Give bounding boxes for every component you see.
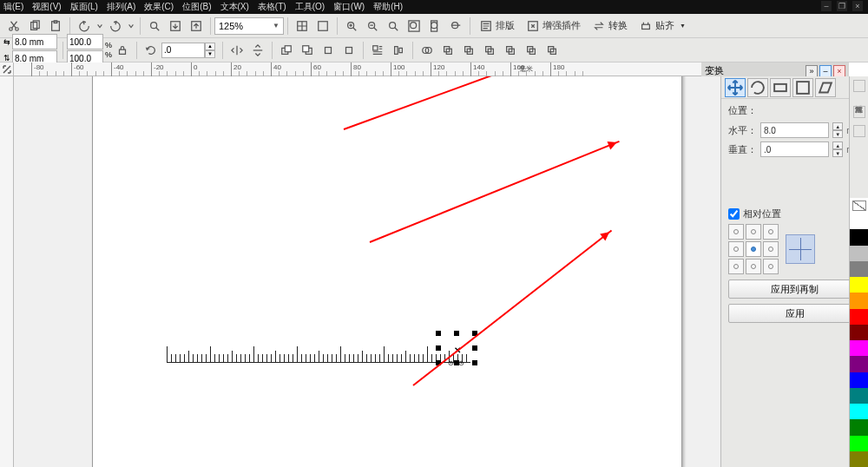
- color-swatch[interactable]: [850, 436, 868, 451]
- boundary-button[interactable]: [542, 41, 562, 60]
- tab-scale[interactable]: [770, 78, 791, 97]
- simplify-button[interactable]: [480, 41, 499, 60]
- intersect-button[interactable]: [459, 41, 478, 60]
- docker-icon-3[interactable]: [853, 125, 865, 137]
- canvas[interactable]: ✕ ⊙⊙⊙: [14, 76, 720, 467]
- snap-to-button[interactable]: 贴齐▼: [634, 16, 692, 36]
- convert-button[interactable]: 转换: [587, 16, 634, 36]
- zoom-all-button[interactable]: [404, 16, 424, 36]
- selection-handles[interactable]: ✕ ⊙⊙⊙: [436, 331, 477, 365]
- docker-icon-1[interactable]: [853, 80, 865, 92]
- dock-close-button[interactable]: ×: [833, 65, 845, 77]
- zoom-combo[interactable]: 125% ▼: [214, 17, 284, 35]
- vertical-input[interactable]: .0: [760, 141, 829, 157]
- rotation-input[interactable]: .0: [161, 43, 205, 58]
- typeset-button[interactable]: 排版: [474, 16, 521, 36]
- anchor-tr[interactable]: [763, 224, 779, 240]
- menu-edit[interactable]: 辑(E): [3, 1, 23, 13]
- color-swatch[interactable]: [850, 419, 868, 435]
- anchor-tl[interactable]: [728, 224, 744, 240]
- window-minimize-button[interactable]: –: [821, 1, 832, 11]
- front-minus-back-button[interactable]: [501, 41, 520, 60]
- color-swatch[interactable]: [850, 214, 868, 229]
- menu-arrange[interactable]: 排列(A): [107, 1, 135, 13]
- rotation-up[interactable]: ▲: [205, 43, 215, 50]
- menu-bitmap[interactable]: 位图(B): [182, 1, 211, 13]
- color-swatch[interactable]: [850, 388, 868, 404]
- tab-position[interactable]: [725, 78, 746, 97]
- undo-dropdown[interactable]: [95, 16, 104, 36]
- color-swatch[interactable]: [850, 451, 868, 467]
- docker-icon-2[interactable]: [853, 106, 865, 118]
- lock-ratio-button[interactable]: [113, 41, 132, 60]
- tab-rotate[interactable]: [747, 78, 768, 97]
- zoom-selection-button[interactable]: [384, 16, 403, 36]
- to-back-button[interactable]: [298, 41, 317, 60]
- fullscreen-button[interactable]: [313, 16, 332, 36]
- window-close-button[interactable]: ×: [852, 1, 863, 11]
- dock-collapse-button[interactable]: »: [806, 65, 818, 77]
- trim-button[interactable]: [438, 41, 457, 60]
- color-swatch[interactable]: [850, 229, 868, 245]
- anchor-grid[interactable]: [728, 224, 779, 274]
- weld-button[interactable]: [418, 41, 437, 60]
- window-restore-button[interactable]: ❐: [837, 1, 847, 11]
- paste-button[interactable]: [46, 16, 65, 36]
- horizontal-ruler[interactable]: 毫米 -80-60-40-20020406080100120140160180: [14, 62, 701, 76]
- color-swatch[interactable]: [850, 404, 868, 419]
- menu-layout[interactable]: 版面(L): [70, 1, 98, 13]
- anchor-center[interactable]: [746, 241, 761, 257]
- anchor-bc[interactable]: [746, 259, 761, 274]
- rotation-down[interactable]: ▼: [205, 50, 215, 58]
- anchor-bl[interactable]: [728, 259, 744, 274]
- scale-x-input[interactable]: 100.0: [67, 34, 103, 49]
- anchor-br[interactable]: [763, 259, 779, 274]
- forward-one-button[interactable]: [319, 41, 338, 60]
- zoom-in-button[interactable]: [342, 16, 361, 36]
- cut-button[interactable]: [4, 16, 23, 36]
- to-front-button[interactable]: [277, 41, 296, 60]
- zoom-width-button[interactable]: [446, 16, 465, 36]
- menu-text[interactable]: 文本(X): [220, 1, 249, 13]
- h-spin-down[interactable]: ▼: [832, 130, 843, 138]
- v-spin-up[interactable]: ▲: [832, 141, 843, 149]
- apply-duplicate-button[interactable]: 应用到再制: [728, 280, 861, 299]
- search-button[interactable]: [145, 16, 164, 36]
- color-swatch[interactable]: [850, 356, 868, 372]
- menu-help[interactable]: 帮助(H): [373, 1, 403, 13]
- anchor-tc[interactable]: [746, 224, 761, 240]
- menu-window[interactable]: 窗口(W): [333, 1, 365, 13]
- ruler-origin[interactable]: [0, 62, 14, 76]
- dock-minimize-button[interactable]: –: [819, 65, 832, 77]
- zoom-page-button[interactable]: [425, 16, 444, 36]
- menu-table[interactable]: 表格(T): [258, 1, 286, 13]
- v-spin-down[interactable]: ▼: [832, 149, 843, 157]
- horizontal-input[interactable]: 8.0: [760, 122, 829, 138]
- object-width-input[interactable]: 8.0 mm: [12, 34, 57, 49]
- snap-button[interactable]: [293, 16, 312, 36]
- menu-view[interactable]: 视图(V): [32, 1, 61, 13]
- mirror-h-button[interactable]: [227, 41, 247, 60]
- export-button[interactable]: [187, 16, 206, 36]
- color-swatch[interactable]: [850, 325, 868, 340]
- color-swatch[interactable]: [850, 261, 868, 277]
- zoom-out-button[interactable]: [363, 16, 382, 36]
- color-swatch[interactable]: [850, 293, 868, 308]
- redo-dropdown[interactable]: [127, 16, 135, 36]
- copy-button[interactable]: [25, 16, 44, 36]
- undo-button[interactable]: [75, 16, 94, 36]
- color-swatch[interactable]: [850, 340, 868, 356]
- anchor-mr[interactable]: [763, 241, 779, 257]
- mirror-v-button[interactable]: [248, 41, 267, 60]
- color-swatch[interactable]: [850, 277, 868, 293]
- back-minus-front-button[interactable]: [522, 41, 541, 60]
- color-swatch[interactable]: [850, 246, 868, 261]
- vertical-ruler[interactable]: [0, 76, 14, 467]
- no-color-swatch[interactable]: [850, 198, 868, 214]
- import-button[interactable]: [166, 16, 185, 36]
- anchor-ml[interactable]: [728, 241, 744, 257]
- color-swatch[interactable]: [850, 372, 868, 388]
- color-swatch[interactable]: [850, 309, 868, 325]
- relative-position-checkbox[interactable]: [728, 208, 740, 220]
- drawn-ruler-object[interactable]: [167, 339, 470, 367]
